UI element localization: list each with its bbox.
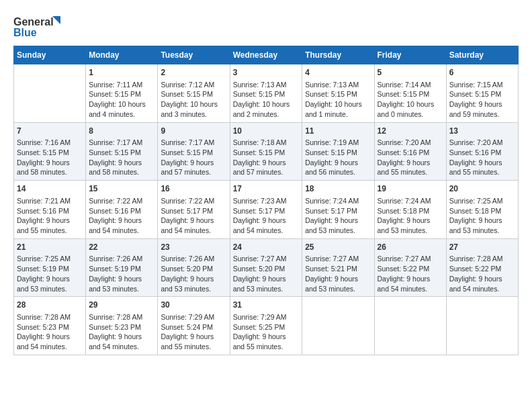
day-info: Sunrise: 7:17 AM Sunset: 5:15 PM Dayligh… bbox=[161, 138, 226, 177]
calendar-cell: 6Sunrise: 7:15 AM Sunset: 5:15 PM Daylig… bbox=[446, 64, 518, 123]
calendar-cell: 12Sunrise: 7:20 AM Sunset: 5:16 PM Dayli… bbox=[374, 122, 446, 181]
day-number: 22 bbox=[89, 242, 154, 253]
day-number: 8 bbox=[89, 126, 154, 137]
calendar-cell: 2Sunrise: 7:12 AM Sunset: 5:15 PM Daylig… bbox=[158, 64, 230, 123]
calendar-cell: 28Sunrise: 7:28 AM Sunset: 5:23 PM Dayli… bbox=[14, 297, 86, 355]
day-info: Sunrise: 7:27 AM Sunset: 5:22 PM Dayligh… bbox=[378, 254, 443, 293]
day-info: Sunrise: 7:14 AM Sunset: 5:15 PM Dayligh… bbox=[378, 80, 443, 120]
calendar-cell: 27Sunrise: 7:28 AM Sunset: 5:22 PM Dayli… bbox=[446, 238, 518, 297]
day-info: Sunrise: 7:20 AM Sunset: 5:16 PM Dayligh… bbox=[378, 138, 443, 177]
week-row-2: 7Sunrise: 7:16 AM Sunset: 5:15 PM Daylig… bbox=[14, 122, 519, 181]
day-info: Sunrise: 7:24 AM Sunset: 5:18 PM Dayligh… bbox=[378, 196, 443, 236]
day-number: 25 bbox=[305, 242, 371, 253]
day-info: Sunrise: 7:16 AM Sunset: 5:15 PM Dayligh… bbox=[17, 138, 83, 177]
logo: GeneralBlue bbox=[13, 13, 67, 40]
header-row: SundayMondayTuesdayWednesdayThursdayFrid… bbox=[14, 46, 519, 64]
calendar-cell: 10Sunrise: 7:18 AM Sunset: 5:15 PM Dayli… bbox=[230, 122, 302, 181]
calendar-cell: 19Sunrise: 7:24 AM Sunset: 5:18 PM Dayli… bbox=[374, 181, 446, 239]
calendar-cell: 9Sunrise: 7:17 AM Sunset: 5:15 PM Daylig… bbox=[158, 122, 230, 181]
logo-svg: GeneralBlue bbox=[13, 13, 67, 40]
day-number: 7 bbox=[17, 126, 83, 137]
calendar-cell: 1Sunrise: 7:11 AM Sunset: 5:15 PM Daylig… bbox=[86, 64, 158, 123]
calendar-cell: 18Sunrise: 7:24 AM Sunset: 5:17 PM Dayli… bbox=[302, 181, 374, 239]
day-number: 6 bbox=[449, 67, 515, 79]
calendar-cell: 31Sunrise: 7:29 AM Sunset: 5:25 PM Dayli… bbox=[230, 297, 302, 355]
day-number: 21 bbox=[17, 242, 83, 253]
day-header-sunday: Sunday bbox=[14, 46, 86, 64]
calendar-cell bbox=[446, 297, 518, 355]
day-number: 1 bbox=[89, 67, 154, 79]
calendar-cell: 15Sunrise: 7:22 AM Sunset: 5:16 PM Dayli… bbox=[86, 181, 158, 239]
day-number: 2 bbox=[161, 67, 226, 79]
calendar-cell: 22Sunrise: 7:26 AM Sunset: 5:19 PM Dayli… bbox=[86, 238, 158, 297]
calendar-table: SundayMondayTuesdayWednesdayThursdayFrid… bbox=[13, 46, 519, 355]
calendar-cell bbox=[302, 297, 374, 355]
day-number: 23 bbox=[161, 242, 226, 253]
day-info: Sunrise: 7:11 AM Sunset: 5:15 PM Dayligh… bbox=[89, 80, 154, 120]
calendar-cell: 20Sunrise: 7:25 AM Sunset: 5:18 PM Dayli… bbox=[446, 181, 518, 239]
day-info: Sunrise: 7:29 AM Sunset: 5:25 PM Dayligh… bbox=[233, 312, 300, 352]
calendar-cell: 4Sunrise: 7:13 AM Sunset: 5:15 PM Daylig… bbox=[302, 64, 374, 123]
day-number: 10 bbox=[233, 126, 300, 137]
day-info: Sunrise: 7:27 AM Sunset: 5:20 PM Dayligh… bbox=[233, 254, 300, 293]
day-info: Sunrise: 7:13 AM Sunset: 5:15 PM Dayligh… bbox=[305, 80, 371, 120]
calendar-cell: 7Sunrise: 7:16 AM Sunset: 5:15 PM Daylig… bbox=[14, 122, 86, 181]
day-info: Sunrise: 7:24 AM Sunset: 5:17 PM Dayligh… bbox=[305, 196, 371, 236]
day-number: 3 bbox=[233, 67, 300, 79]
calendar-cell: 25Sunrise: 7:27 AM Sunset: 5:21 PM Dayli… bbox=[302, 238, 374, 297]
day-header-thursday: Thursday bbox=[302, 46, 374, 64]
day-number: 15 bbox=[89, 183, 154, 195]
day-info: Sunrise: 7:18 AM Sunset: 5:15 PM Dayligh… bbox=[233, 138, 300, 177]
day-info: Sunrise: 7:17 AM Sunset: 5:15 PM Dayligh… bbox=[89, 138, 154, 177]
calendar-cell: 21Sunrise: 7:25 AM Sunset: 5:19 PM Dayli… bbox=[14, 238, 86, 297]
calendar-cell: 24Sunrise: 7:27 AM Sunset: 5:20 PM Dayli… bbox=[230, 238, 302, 297]
day-number: 26 bbox=[378, 242, 443, 253]
day-number: 24 bbox=[233, 242, 300, 253]
calendar-cell: 16Sunrise: 7:22 AM Sunset: 5:17 PM Dayli… bbox=[158, 181, 230, 239]
day-info: Sunrise: 7:26 AM Sunset: 5:19 PM Dayligh… bbox=[89, 254, 154, 293]
day-info: Sunrise: 7:22 AM Sunset: 5:17 PM Dayligh… bbox=[161, 196, 226, 236]
day-info: Sunrise: 7:22 AM Sunset: 5:16 PM Dayligh… bbox=[89, 196, 154, 236]
svg-text:Blue: Blue bbox=[13, 27, 37, 38]
day-header-saturday: Saturday bbox=[446, 46, 518, 64]
day-number: 5 bbox=[378, 67, 443, 79]
calendar-cell: 8Sunrise: 7:17 AM Sunset: 5:15 PM Daylig… bbox=[86, 122, 158, 181]
day-number: 9 bbox=[161, 126, 226, 137]
calendar-cell: 26Sunrise: 7:27 AM Sunset: 5:22 PM Dayli… bbox=[374, 238, 446, 297]
day-number: 20 bbox=[449, 183, 515, 195]
svg-text:General: General bbox=[13, 16, 54, 28]
day-info: Sunrise: 7:19 AM Sunset: 5:15 PM Dayligh… bbox=[305, 138, 371, 177]
day-number: 17 bbox=[233, 183, 300, 195]
day-info: Sunrise: 7:27 AM Sunset: 5:21 PM Dayligh… bbox=[305, 254, 371, 293]
day-number: 28 bbox=[17, 300, 83, 311]
day-number: 31 bbox=[233, 300, 300, 311]
calendar-cell: 30Sunrise: 7:29 AM Sunset: 5:24 PM Dayli… bbox=[158, 297, 230, 355]
calendar-cell: 3Sunrise: 7:13 AM Sunset: 5:15 PM Daylig… bbox=[230, 64, 302, 123]
day-info: Sunrise: 7:21 AM Sunset: 5:16 PM Dayligh… bbox=[17, 196, 83, 236]
day-number: 18 bbox=[305, 183, 371, 195]
day-info: Sunrise: 7:20 AM Sunset: 5:16 PM Dayligh… bbox=[449, 138, 515, 177]
day-info: Sunrise: 7:25 AM Sunset: 5:18 PM Dayligh… bbox=[449, 196, 515, 236]
calendar-cell bbox=[14, 64, 86, 123]
calendar-cell: 5Sunrise: 7:14 AM Sunset: 5:15 PM Daylig… bbox=[374, 64, 446, 123]
day-info: Sunrise: 7:12 AM Sunset: 5:15 PM Dayligh… bbox=[161, 80, 226, 120]
day-header-tuesday: Tuesday bbox=[158, 46, 230, 64]
day-number: 11 bbox=[305, 126, 371, 137]
svg-marker-2 bbox=[52, 16, 60, 24]
day-info: Sunrise: 7:29 AM Sunset: 5:24 PM Dayligh… bbox=[161, 312, 226, 352]
calendar-cell: 14Sunrise: 7:21 AM Sunset: 5:16 PM Dayli… bbox=[14, 181, 86, 239]
day-number: 14 bbox=[17, 183, 83, 195]
week-row-4: 21Sunrise: 7:25 AM Sunset: 5:19 PM Dayli… bbox=[14, 238, 519, 297]
day-number: 30 bbox=[161, 300, 226, 311]
week-row-3: 14Sunrise: 7:21 AM Sunset: 5:16 PM Dayli… bbox=[14, 181, 519, 239]
day-number: 29 bbox=[89, 300, 154, 311]
day-info: Sunrise: 7:13 AM Sunset: 5:15 PM Dayligh… bbox=[233, 80, 300, 120]
calendar-cell bbox=[374, 297, 446, 355]
day-header-monday: Monday bbox=[86, 46, 158, 64]
calendar-cell: 17Sunrise: 7:23 AM Sunset: 5:17 PM Dayli… bbox=[230, 181, 302, 239]
day-number: 4 bbox=[305, 67, 371, 79]
day-header-wednesday: Wednesday bbox=[230, 46, 302, 64]
week-row-1: 1Sunrise: 7:11 AM Sunset: 5:15 PM Daylig… bbox=[14, 64, 519, 123]
calendar-cell: 13Sunrise: 7:20 AM Sunset: 5:16 PM Dayli… bbox=[446, 122, 518, 181]
day-info: Sunrise: 7:28 AM Sunset: 5:23 PM Dayligh… bbox=[89, 312, 154, 352]
